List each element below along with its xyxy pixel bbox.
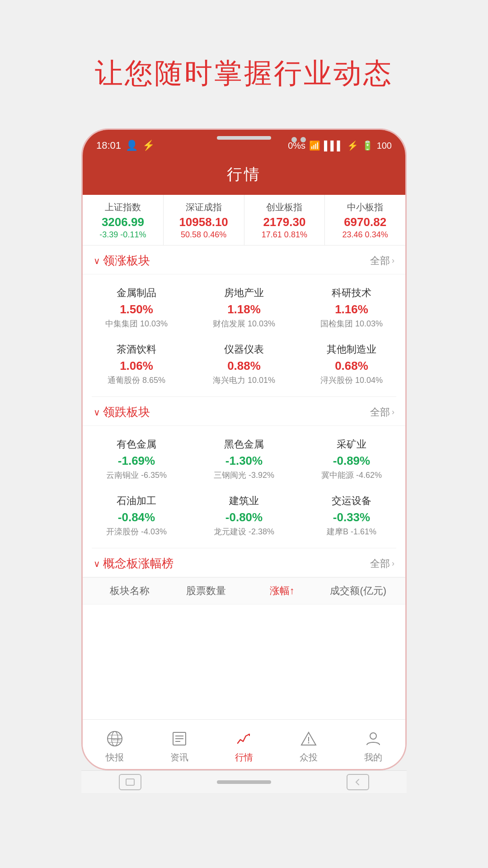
falling-all-button[interactable]: 全部 ›	[370, 406, 394, 419]
index-cell-0: 上证指数 3206.99 -3.39 -0.11%	[83, 195, 164, 245]
chevron-down-icon-3: ∨	[94, 558, 100, 569]
chevron-down-icon: ∨	[94, 255, 100, 266]
concept-all-button[interactable]: 全部 ›	[370, 557, 394, 571]
triangle-icon	[299, 729, 319, 749]
falling-section-header: ∨ 领跌板块 全部 ›	[83, 397, 405, 426]
rising-sector-3[interactable]: 茶酒饮料 1.06% 通葡股份 8.65%	[83, 335, 190, 392]
status-time: 18:01	[96, 140, 121, 151]
person-icon	[363, 729, 383, 749]
falling-chevron-right: ›	[392, 407, 394, 417]
falling-sector-0[interactable]: 有色金属 -1.69% 云南铜业 -6.35%	[83, 430, 190, 487]
svg-rect-14	[126, 779, 134, 785]
index-cell-3: 中小板指 6970.82 23.46 0.34%	[325, 195, 405, 245]
app-header-title: 行情	[83, 164, 405, 185]
status-bars-icon: ▌▌▌	[324, 141, 343, 151]
system-nav-bar	[81, 770, 407, 793]
concept-section-header: ∨ 概念板涨幅榜 全部 ›	[83, 548, 405, 577]
index-value-3: 6970.82	[329, 215, 401, 229]
phone-frame: 18:01 👤 ⚡ 0%s 📶 ▌▌▌ ⚡ 🔋 100 行情 上证指数 3206…	[81, 128, 407, 770]
index-value-0: 3206.99	[87, 215, 159, 229]
falling-sector-5[interactable]: 交运设备 -0.33% 建摩B -1.61%	[298, 487, 405, 543]
index-name-1: 深证成指	[168, 201, 239, 213]
falling-sector-1[interactable]: 黑色金属 -1.30% 三钢闽光 -3.92%	[190, 430, 298, 487]
index-name-0: 上证指数	[87, 201, 159, 213]
status-wifi-icon: 📶	[309, 140, 320, 151]
status-person-icon: 👤	[126, 140, 138, 151]
page-tagline: 让您随时掌握行业动态	[95, 54, 393, 92]
nav-item-hangqing[interactable]: 行情	[212, 725, 277, 764]
home-indicator	[217, 780, 271, 784]
falling-sector-4[interactable]: 建筑业 -0.80% 龙元建设 -2.38%	[190, 487, 298, 543]
rising-section-title: ∨ 领涨板块	[94, 253, 150, 269]
rising-sector-2[interactable]: 科研技术 1.16% 国检集团 10.03%	[298, 279, 405, 335]
nav-item-kuaibao[interactable]: News 快报	[83, 725, 147, 764]
status-signal-icon: ⚡	[142, 140, 155, 151]
status-battery-icon: 🔋	[362, 140, 373, 151]
rising-all-button[interactable]: 全部 ›	[370, 254, 394, 268]
rising-sector-5[interactable]: 其他制造业 0.68% 浔兴股份 10.04%	[298, 335, 405, 392]
rising-sectors-grid: 金属制品 1.50% 中集集团 10.03% 房地产业 1.18% 财信发展 1…	[83, 274, 405, 396]
rising-chevron-right: ›	[392, 256, 394, 265]
falling-sector-3[interactable]: 石油加工 -0.84% 开滦股份 -4.03%	[83, 487, 190, 543]
index-name-2: 创业板指	[249, 201, 320, 213]
nav-label-zhongtou: 众投	[300, 751, 318, 764]
system-back-button[interactable]	[119, 774, 141, 790]
indices-row: 上证指数 3206.99 -3.39 -0.11% 深证成指 10958.10 …	[83, 195, 405, 245]
status-bolt-icon: ⚡	[347, 140, 358, 151]
nav-label-kuaibao: 快报	[106, 751, 124, 764]
rising-section-header: ∨ 领涨板块 全部 ›	[83, 245, 405, 274]
index-value-2: 2179.30	[249, 215, 320, 229]
rising-sector-4[interactable]: 仪器仪表 0.88% 海兴电力 10.01%	[190, 335, 298, 392]
article-icon	[169, 729, 189, 749]
concept-section-title: ∨ 概念板涨幅榜	[94, 556, 174, 571]
app-header: 行情	[83, 156, 405, 195]
nav-label-wode: 我的	[364, 751, 382, 764]
nav-item-wode[interactable]: 我的	[341, 725, 405, 764]
nav-label-hangqing: 行情	[235, 751, 253, 764]
news-icon: News	[105, 729, 125, 749]
nav-label-zixun: 资讯	[170, 751, 188, 764]
system-back-arrow[interactable]	[347, 774, 369, 790]
falling-section-title: ∨ 领跌板块	[94, 404, 150, 420]
nav-item-zhongtou[interactable]: 众投	[276, 725, 341, 764]
svg-text:News: News	[112, 737, 121, 741]
index-value-1: 10958.10	[168, 215, 239, 229]
concept-table-header: 板块名称 股票数量 涨幅↑ 成交额(亿元)	[83, 577, 405, 604]
index-change-3: 23.46 0.34%	[329, 230, 401, 240]
chart-icon	[234, 729, 254, 749]
index-change-0: -3.39 -0.11%	[87, 230, 159, 240]
rising-sector-0[interactable]: 金属制品 1.50% 中集集团 10.03%	[83, 279, 190, 335]
nav-item-zixun[interactable]: 资讯	[147, 725, 212, 764]
index-change-1: 50.58 0.46%	[168, 230, 239, 240]
svg-point-12	[308, 742, 309, 744]
th-name: 板块名称	[92, 584, 168, 598]
index-cell-2: 创业板指 2179.30 17.61 0.81%	[244, 195, 325, 245]
status-bar: 18:01 👤 ⚡ 0%s 📶 ▌▌▌ ⚡ 🔋 100	[83, 130, 405, 156]
concept-chevron-right: ›	[392, 559, 394, 568]
phone-dots	[291, 137, 306, 142]
th-volume: 成交额(亿元)	[320, 584, 397, 598]
svg-point-13	[370, 733, 376, 739]
index-change-2: 17.61 0.81%	[249, 230, 320, 240]
status-battery-level: 100	[377, 141, 392, 151]
bottom-nav: News 快报 资讯	[83, 719, 405, 769]
chevron-down-icon-2: ∨	[94, 407, 100, 418]
th-rise: 涨幅↑	[244, 584, 320, 598]
rising-sector-1[interactable]: 房地产业 1.18% 财信发展 10.03%	[190, 279, 298, 335]
th-count: 股票数量	[168, 584, 244, 598]
index-cell-1: 深证成指 10958.10 50.58 0.46%	[164, 195, 244, 245]
index-name-3: 中小板指	[329, 201, 401, 213]
falling-sectors-grid: 有色金属 -1.69% 云南铜业 -6.35% 黑色金属 -1.30% 三钢闽光…	[83, 426, 405, 548]
phone-notch	[217, 136, 271, 140]
falling-sector-2[interactable]: 采矿业 -0.89% 冀中能源 -4.62%	[298, 430, 405, 487]
